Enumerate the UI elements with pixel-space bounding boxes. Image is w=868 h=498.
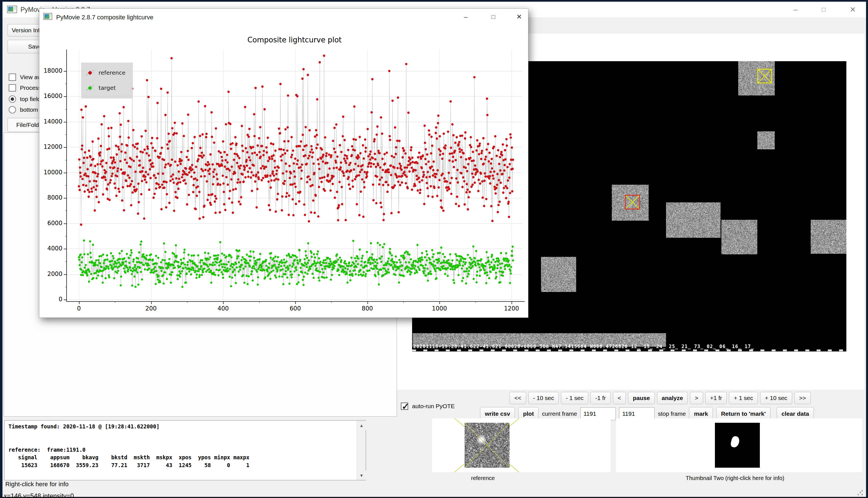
y-tick [64, 223, 67, 224]
auto-run-pyote-label: auto-run PyOTE [412, 403, 455, 409]
pymovie-app-icon [7, 5, 17, 13]
playback-10-sec-button[interactable]: - 10 sec [528, 392, 559, 404]
legend-entry-reference: reference [85, 69, 126, 76]
info-panel-scrollbar[interactable]: ▲ ▼ [357, 420, 366, 480]
scroll-down-icon[interactable]: ▼ [357, 471, 366, 480]
legend-entry-target: target [85, 84, 116, 91]
y-tick-label: 12000 [40, 143, 62, 150]
x-tick-label: 1200 [500, 305, 523, 312]
y-tick [64, 173, 67, 173]
y-tick-label: 8000 [40, 194, 62, 201]
plot-window-titlebar[interactable]: PyMovie 2.8.7 composite lightcurve – □ ✕ [39, 9, 528, 25]
y-tick [64, 198, 67, 198]
timestamp-info-text: Timestamp found: 2020-11-18 @ [19:28:41.… [9, 423, 250, 469]
playback-10-sec-button[interactable]: + 10 sec [760, 392, 792, 404]
playback--button[interactable]: << [510, 392, 526, 404]
x-tick [223, 301, 224, 304]
playback-1-sec-button[interactable]: - 1 sec [561, 392, 588, 404]
x-tick-label: 0 [68, 305, 90, 312]
y-axis-line [66, 49, 67, 302]
maximize-button[interactable]: □ [814, 2, 833, 17]
x-tick [295, 301, 296, 304]
legend-marker-icon [85, 84, 95, 91]
mask-blob [730, 435, 740, 448]
x-tick [79, 301, 79, 304]
thumbnail-two-label: Thumbnail Two (right-click here for info… [686, 475, 784, 482]
vti-dash-row [412, 350, 846, 351]
scroll-up-icon[interactable]: ▲ [357, 420, 366, 430]
right-click-hint-label: Right-click here for info [5, 481, 68, 488]
playback--button[interactable]: > [690, 392, 703, 404]
reference-aperture-marker[interactable] [757, 69, 772, 83]
playback--button[interactable]: < [613, 392, 626, 404]
y-tick-label: 4000 [40, 245, 62, 252]
desktop: PyMovie Version 2.8.7 – □ ✕ Version Info… [0, 0, 868, 498]
y-tick [64, 300, 67, 300]
y-tick-label: 14000 [40, 118, 62, 125]
top-field-radio-row[interactable]: top field [9, 95, 41, 103]
playback-1-fr-button[interactable]: +1 fr [705, 392, 727, 404]
playback-pause-button[interactable]: pause [628, 392, 655, 404]
y-minor-tick [65, 134, 67, 135]
playback-1-sec-button[interactable]: + 1 sec [729, 392, 757, 404]
chart-legend[interactable]: reference target [81, 63, 133, 99]
x-tick [439, 301, 440, 304]
close-button[interactable]: ✕ [843, 2, 863, 17]
y-minor-tick [65, 287, 67, 287]
stop-frame-label: stop frame [658, 410, 686, 417]
auto-run-pyote-row[interactable]: auto-run PyOTE [401, 403, 455, 410]
reference-thumbnail-panel [432, 418, 611, 472]
bottom-field-radio[interactable] [9, 106, 16, 114]
playback-analyze-button[interactable]: analyze [657, 392, 688, 404]
view-av-checkbox[interactable] [9, 74, 16, 81]
y-tick [64, 122, 67, 122]
view-av-label: View av [20, 74, 40, 81]
y-tick-label: 18000 [40, 67, 62, 74]
reference-thumbnail-label: reference [471, 475, 495, 482]
y-minor-tick [65, 236, 67, 236]
process-label: Process [20, 84, 41, 91]
playback--button[interactable]: >> [794, 392, 811, 404]
y-tick [64, 249, 67, 249]
x-tick [367, 301, 368, 304]
star-field-patch [666, 202, 720, 238]
x-minor-tick [475, 301, 476, 303]
star-field-patch [541, 257, 576, 292]
target-aperture-marker[interactable] [625, 195, 640, 209]
thumbnail-two-image[interactable] [715, 423, 760, 468]
resize-grip[interactable] [857, 489, 863, 496]
playback-1-fr-button[interactable]: -1 fr [590, 392, 610, 404]
auto-run-pyote-checkbox[interactable] [401, 403, 408, 410]
y-tick [64, 274, 67, 275]
x-tick-label: 600 [284, 305, 306, 312]
vti-timestamp-overlay: 20201118+19:28:41.622-41.621 00020+0000 … [413, 344, 846, 349]
y-minor-tick [65, 185, 67, 186]
y-tick [64, 147, 67, 148]
y-tick [64, 96, 67, 97]
plot-close-icon[interactable]: ✕ [510, 9, 528, 25]
process-checkbox-row[interactable]: Process [9, 84, 41, 92]
bottom-field-radio-row[interactable]: bottom [9, 106, 38, 114]
plot-minimize-icon[interactable]: – [457, 9, 475, 25]
playback-controls: <<- 10 sec- 1 sec-1 fr<pauseanalyze>+1 f… [510, 392, 811, 404]
top-field-radio[interactable] [9, 95, 16, 103]
process-checkbox[interactable] [9, 84, 16, 92]
top-field-label: top field [20, 96, 41, 103]
bottom-field-label: bottom [20, 106, 38, 113]
view-av-checkbox-row[interactable]: View av [9, 74, 40, 81]
screen-bottom-edge [0, 497, 868, 498]
y-tick-label: 16000 [40, 93, 62, 100]
legend-marker-icon [85, 69, 95, 76]
y-tick [64, 71, 67, 71]
star-field-patch [757, 131, 775, 149]
minimize-button[interactable]: – [786, 2, 805, 17]
x-tick-label: 800 [356, 305, 379, 312]
y-minor-tick [65, 160, 67, 160]
info-text-panel[interactable]: Timestamp found: 2020-11-18 @ [19:28:41.… [4, 420, 366, 480]
reference-crosshair-overlay-icon [432, 418, 611, 472]
thumbnail-two-panel [616, 418, 862, 472]
plot-maximize-icon[interactable]: □ [484, 9, 502, 25]
y-tick-label: 0 [40, 296, 62, 303]
lightcurve-scatter-canvas[interactable] [67, 49, 522, 301]
star-field-patch [811, 220, 846, 254]
